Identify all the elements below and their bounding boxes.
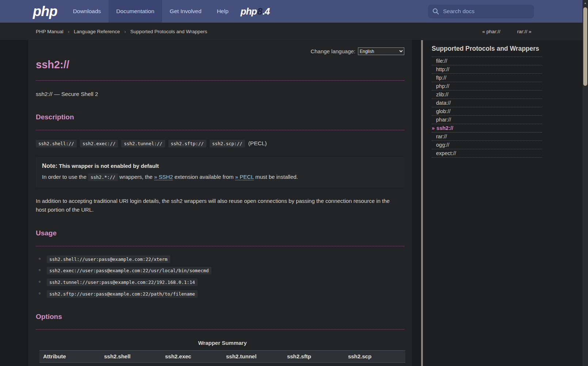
search-box[interactable] [428,5,534,18]
description-heading: Description [36,112,404,130]
note-text: extension available from [175,174,234,180]
page-title: ssh2:// [36,59,404,81]
pecl-link[interactable]: » PECL [235,174,254,180]
sidebar-item-link[interactable]: http:// [432,65,542,73]
usage-list: ssh2.shell://user:pass@example.com:22/xt… [36,255,404,298]
usage-code: ssh2.shell://user:pass@example.com:22/xt… [47,255,170,263]
column-header: ssh2.scp [344,350,405,362]
breadcrumb-php-manual[interactable]: PHP Manual [36,29,64,34]
nav-item[interactable]: Get Involved [162,0,209,23]
sidebar-item: phar:// [432,115,542,124]
sidebar-item-link[interactable]: data:// [432,99,542,107]
search-icon [432,8,439,15]
sidebar-heading: Supported Protocols and Wrappers [432,45,579,53]
sidebar-item: »ssh2:// [432,124,542,132]
scroll-up-arrow-icon[interactable]: ▲ [583,0,588,6]
protocol-code: ssh2.tunnel:// [121,140,165,147]
note-title-text: This wrapper is not enabled by default [59,163,159,169]
ssh2-extension-link[interactable]: » SSH2 [154,174,173,180]
language-select[interactable]: English [358,47,404,55]
value-cell: Yes [100,362,161,366]
sidebar-item-label: phar:// [436,117,451,123]
usage-item: ssh2.tunnel://user:pass@example.com:22/1… [47,278,404,286]
table-caption: Wrapper Summary [39,339,405,350]
protocol-code: ssh2.sftp:// [168,140,206,147]
language-row: Change language: English [36,47,404,55]
wrapper-summary-table: Attributessh2.shellssh2.execssh2.tunnels… [39,350,405,366]
nav-menu: Downloads Documentation Get Involved Hel… [65,0,236,23]
value-cell: Yes [161,362,222,366]
note-text: must be installed. [255,174,298,180]
usage-code: ssh2.exec://user:pass@example.com:22/usr… [47,267,211,274]
nav-item[interactable]: Downloads [65,0,109,23]
usage-item: ssh2.shell://user:pass@example.com:22/xt… [47,255,404,263]
sidebar-item-link[interactable]: »ssh2:// [432,124,542,132]
sidebar-item-link[interactable]: rar:// [432,132,542,140]
note-label: Note [42,162,56,169]
sidebar-item: zlib:// [432,90,542,99]
sidebar-item-link[interactable]: file:// [432,57,542,65]
protocol-list-row: ssh2.shell://ssh2.exec://ssh2.tunnel://s… [36,139,404,147]
active-marker: » [432,125,435,131]
nav-item[interactable]: Help [209,0,236,23]
vertical-scrollbar[interactable]: ▲ [583,0,588,366]
sidebar-item: glob:// [432,107,542,115]
column-header: ssh2.sftp [283,350,344,362]
sidebar-item-label: http:// [436,66,449,72]
sidebar-item-label: data:// [436,100,451,106]
sidebar-item-label: ftp:// [436,75,446,81]
sidebar-item-link[interactable]: ftp:// [432,74,542,82]
sidebar-item-link[interactable]: php:// [432,82,542,90]
nav-item[interactable]: Documentation [108,0,162,23]
sidebar-item: ftp:// [432,73,542,82]
table-row: Restricted by allow_url_fopen YesYesYesY… [39,362,405,366]
sidebar-item-label: php:// [436,83,449,89]
sidebar-item: rar:// [432,132,542,140]
usage-code: ssh2.tunnel://user:pass@example.com:22/1… [47,278,198,286]
breadcrumb: PHP Manual › Language Reference › Suppor… [0,23,588,40]
php-logo[interactable]: php [33,0,57,23]
sidebar-item-label: zlib:// [436,92,448,97]
page-subtitle: ssh2:// — Secure Shell 2 [36,90,404,98]
protocol-list: ssh2.shell://ssh2.exec://ssh2.tunnel://s… [36,139,248,147]
sidebar-item: http:// [432,65,542,73]
sidebar-item-link[interactable]: glob:// [432,107,542,115]
pecl-suffix: (PECL) [248,139,267,147]
next-page-link[interactable]: rar:// » [517,29,531,34]
php84-major: 8 [257,6,262,17]
sidebar-list: file:// http:// ftp:// php:// zlib:// da… [432,57,542,158]
search-input[interactable] [442,8,523,15]
column-header: ssh2.tunnel [222,350,283,362]
sidebar-item: ogg:// [432,140,542,149]
php84-minor: .4 [263,6,270,17]
description-paragraph: In addition to accepting traditional URI… [36,197,401,214]
attribute-cell: Restricted by allow_url_fopen [39,362,100,366]
sidebar-item-link[interactable]: expect:// [432,149,542,157]
prev-page-link[interactable]: « phar:// [482,29,500,34]
usage-item: ssh2.sftp://user:pass@example.com:22/pat… [47,290,404,298]
value-cell: Yes [222,362,283,366]
scrollbar-thumb[interactable] [583,7,587,86]
wrapper-summary-table-wrap: Wrapper Summary Attributessh2.shellssh2.… [39,339,405,366]
table-header-row: Attributessh2.shellssh2.execssh2.tunnels… [39,350,405,362]
php84-pre: php [241,6,257,17]
column-header: ssh2.shell [100,350,161,362]
note-title: Note: This wrapper is not enabled by def… [42,162,398,170]
protocol-code: ssh2.scp:// [210,140,245,147]
breadcrumb-current-page[interactable]: Supported Protocols and Wrappers [130,29,207,34]
sidebar-item-label: ssh2:// [436,125,453,131]
note-box: Note: This wrapper is not enabled by def… [36,157,404,187]
sidebar-item-link[interactable]: ogg:// [432,141,542,149]
breadcrumb-separator: › [124,29,126,34]
sidebar-item-label: glob:// [436,108,451,114]
sidebar: Supported Protocols and Wrappers file://… [421,40,588,366]
php-8-4-logo[interactable]: php8.4 [241,6,270,17]
sidebar-item: expect:// [432,149,542,158]
breadcrumb-language-reference[interactable]: Language Reference [74,29,120,34]
prev-next-nav: « phar:// rar:// » [482,29,531,34]
sidebar-item-link[interactable]: zlib:// [432,90,542,99]
sidebar-item: data:// [432,99,542,107]
sidebar-item-link[interactable]: phar:// [432,116,542,124]
sidebar-item: file:// [432,57,542,65]
sidebar-item-label: ogg:// [436,142,449,148]
